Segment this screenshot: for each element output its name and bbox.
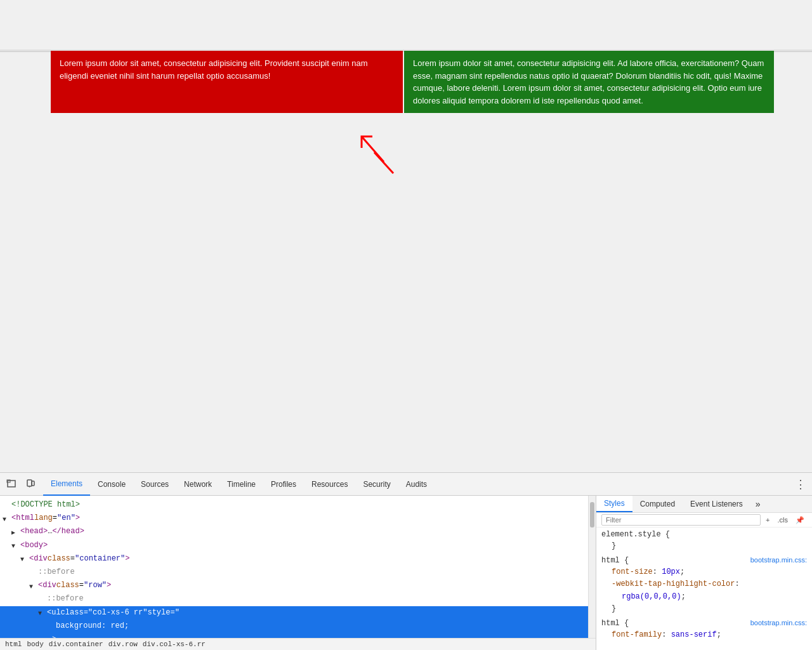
dom-line-body[interactable]: <body> [0,539,588,552]
style-source-bootstrap2[interactable]: bootstrap.min.css: [750,619,807,627]
svg-rect-5 [32,481,34,486]
red-text: Lorem ipsum dolor sit amet, consectetur … [60,58,368,81]
style-prop-fontsize: font-size: 10px; [601,566,807,578]
tab-profiles[interactable]: Profiles [263,473,304,496]
tab-audits[interactable]: Audits [398,473,435,496]
styles-tabs: Styles Computed Event Listeners » [596,496,812,513]
breadcrumb-container[interactable]: div.container [49,640,103,648]
arrow-indicator [352,124,409,181]
styles-panel: Styles Computed Event Listeners » + .cls… [596,496,812,650]
style-rule-element: element.style { } [601,530,807,552]
devtools-device-icon[interactable] [22,475,39,493]
devtools-inspect-icon[interactable] [3,475,20,493]
dom-line-col-style[interactable]: background: red; [0,620,588,633]
tab-resources[interactable]: Resources [304,473,355,496]
style-prop-rgba: rgba(0,0,0,0); [601,591,807,603]
devtools-body: <!DOCTYPE html> <html lang="en"> <head>…… [0,496,812,650]
svg-rect-2 [8,481,15,487]
dom-line-doctype[interactable]: <!DOCTYPE html> [0,498,588,512]
triangle-container[interactable] [20,555,28,562]
style-prop-close1: } [601,603,807,615]
style-selector-element: element.style { [601,530,807,539]
tab-sources[interactable]: Sources [133,473,176,496]
styles-filter-input[interactable] [601,514,761,526]
browser-content-area: Lorem ipsum dolor sit amet, consectetur … [0,0,812,472]
dom-line-col[interactable]: <ul class="col-xs-6 rr" style=" [0,606,588,620]
dom-line-before-container[interactable]: ::before [0,566,588,579]
doctype-text: <!DOCTYPE html> [11,499,80,511]
styles-tab-event-listeners[interactable]: Event Listeners [683,496,750,512]
styles-content: element.style { } html { bootstrap.min.c… [596,527,812,650]
dom-line-before-row[interactable]: ::before [0,592,588,606]
styles-toolbar: + .cls 📌 [596,513,812,527]
dom-line-container[interactable]: <div class="container"> [0,552,588,566]
dom-content[interactable]: <!DOCTYPE html> <html lang="en"> <head>…… [0,496,588,638]
content-row: Lorem ipsum dolor sit amet, consectetur … [51,51,774,113]
dom-line-html[interactable]: <html lang="en"> [0,512,588,525]
tab-network[interactable]: Network [176,473,219,496]
dom-line-head[interactable]: <head>…</head> [0,525,588,538]
triangle-row[interactable] [29,582,37,590]
styles-tab-more[interactable]: » [750,496,766,512]
style-rule-html2: html { bootstrap.min.css: font-family: s… [601,619,807,641]
style-source-bootstrap1[interactable]: bootstrap.min.css: [750,556,807,564]
style-rule-html1: html { bootstrap.min.css: font-size: 10p… [601,556,807,615]
breadcrumb-row[interactable]: div.row [108,640,138,648]
triangle-html[interactable] [3,515,10,522]
tab-security[interactable]: Security [355,473,398,496]
dom-scrollbar-wrapper: <!DOCTYPE html> <html lang="en"> <head>…… [0,496,596,638]
green-content-box: Lorem ipsum dolor sit amet, consectetur … [404,51,774,113]
style-selector-html1: html { bootstrap.min.css: [601,556,807,565]
dom-scrollbar[interactable] [588,496,596,638]
svg-rect-4 [27,480,32,486]
devtools-panel: Elements Console Sources Network Timelin… [0,472,812,650]
breadcrumb-html[interactable]: html [5,640,22,648]
devtools-toolbar: Elements Console Sources Network Timelin… [0,473,812,496]
breadcrumb-body[interactable]: body [27,640,43,648]
svg-point-6 [29,486,30,488]
styles-cls-btn[interactable]: .cls [775,515,791,525]
red-content-box: Lorem ipsum dolor sit amet, consectetur … [51,51,403,113]
triangle-head[interactable] [11,528,19,536]
dom-line-row[interactable]: <div class="row"> [0,579,588,592]
style-prop-fontfamily: font-family: sans-serif; [601,629,807,641]
triangle-col[interactable] [38,609,46,616]
dom-panel: <!DOCTYPE html> <html lang="en"> <head>…… [0,496,596,650]
styles-tab-styles[interactable]: Styles [596,496,632,512]
dom-scrollbar-thumb[interactable] [590,502,594,527]
tab-console[interactable]: Console [90,473,133,496]
tab-timeline[interactable]: Timeline [219,473,263,496]
style-prop-webkit-tap: -webkit-tap-highlight-color: [601,578,807,590]
style-selector-html2: html { bootstrap.min.css: [601,619,807,628]
tab-elements[interactable]: Elements [43,473,90,496]
triangle-body[interactable] [11,541,19,549]
style-property-close: } [601,540,807,552]
green-text: Lorem ipsum dolor sit amet, consectetur … [413,58,764,105]
breadcrumb-col[interactable]: div.col-xs-6.rr [143,640,206,648]
svg-line-1 [374,152,393,173]
breadcrumb-bar: html body div.container div.row div.col-… [0,638,596,650]
dom-line-col-close[interactable]: > [0,633,588,638]
devtools-tabs: Elements Console Sources Network Timelin… [43,473,792,496]
styles-add-btn[interactable]: + [763,515,772,525]
styles-tab-computed[interactable]: Computed [632,496,683,512]
styles-pin-btn[interactable]: 📌 [793,515,807,526]
devtools-more-button[interactable]: ⋮ [792,475,809,493]
